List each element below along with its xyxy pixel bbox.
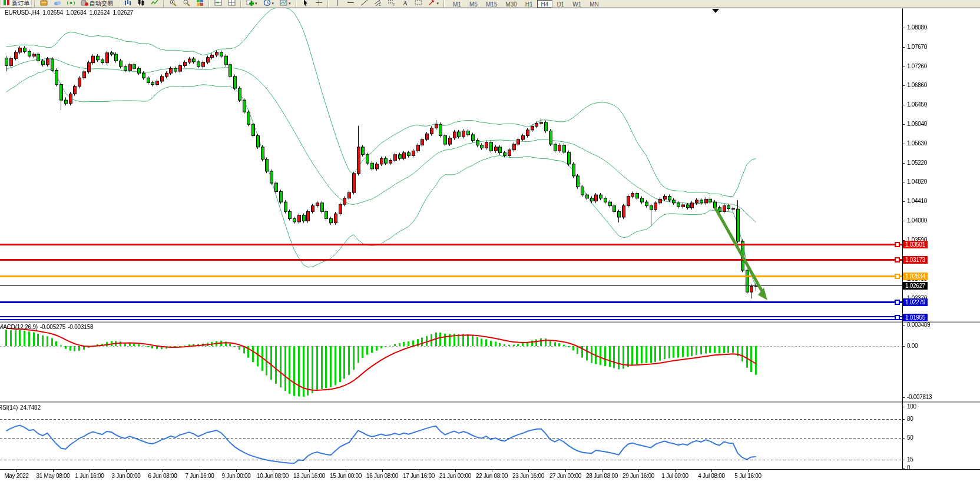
toolbar-button-auto-trading[interactable]: 自动交易 [78, 0, 115, 8]
toolbar-button-market-watch[interactable] [51, 0, 64, 8]
toolbar-separator [163, 1, 164, 8]
zoom-in-icon [169, 0, 177, 6]
toolbar-separator [327, 1, 329, 8]
toolbar-button-label: 新订单 [12, 0, 29, 6]
toolbar-button-zoom-in[interactable] [167, 0, 179, 8]
signal-icon [67, 0, 75, 6]
channel-icon: E [374, 0, 382, 6]
toolbar-separator [34, 1, 35, 8]
svg-text:A: A [403, 0, 408, 6]
toolbar-button-crosshair-tool[interactable] [313, 0, 325, 8]
timeframe-button-m1[interactable]: M1 [449, 0, 465, 8]
timeframe-button-d1[interactable]: D1 [552, 0, 568, 8]
toolbar-button-horizontal-line-tool[interactable] [345, 0, 357, 8]
pane1-icon [214, 0, 222, 6]
text-a-icon: A [401, 0, 409, 6]
line-icon [151, 0, 158, 6]
toolbar-button-shapes-tool[interactable]: ▾ [426, 0, 442, 8]
toolbar-button-auto-arrange[interactable] [226, 0, 238, 8]
clock-icon [263, 0, 271, 6]
svg-text:E: E [379, 3, 381, 6]
crosshair-icon [315, 0, 323, 6]
timeframe-bar: M1M5M15M30H1H4D1W1MN [449, 0, 603, 8]
toolbar-button-zoom-out[interactable] [180, 0, 193, 8]
hline-icon [347, 0, 355, 6]
template-icon [280, 0, 287, 6]
cloud-icon [54, 0, 61, 6]
dropdown-caret-icon: ▾ [289, 1, 291, 6]
vline-icon [333, 0, 341, 6]
toolbar-button-text-label-tool[interactable] [412, 0, 425, 8]
toolbar-separator [443, 1, 445, 8]
toolbar-button-template-menu[interactable]: ▾ [277, 0, 293, 8]
new-order-icon [3, 0, 11, 6]
toolbar-separator [118, 1, 119, 8]
toolbar-button-profiles[interactable] [38, 0, 50, 8]
toolbar-button-bar-chart-mode[interactable] [121, 0, 134, 8]
label-icon [415, 0, 422, 6]
dropdown-caret-icon: ▾ [272, 1, 274, 6]
timeframe-button-h4[interactable]: H4 [537, 0, 553, 8]
toolbar-separator [208, 1, 210, 8]
svg-text:F: F [393, 3, 395, 6]
toolbar-button-arrange-windows[interactable] [212, 0, 224, 8]
toolbar-button-text-tool[interactable]: A [399, 0, 411, 8]
timeframe-button-h1[interactable]: H1 [521, 0, 537, 8]
zoom-out-icon [183, 0, 190, 6]
toolbar-button-cursor-tool[interactable] [299, 0, 312, 8]
toolbar-separator [240, 1, 241, 8]
pane2-icon [228, 0, 236, 6]
toolbar-left: 新订单自动交易▾▾▾EFA▾ [0, 0, 446, 8]
mt4-window: 新订单自动交易▾▾▾EFA▾ M1M5M15M30H1H4D1W1MN EURU… [0, 0, 980, 485]
plus-chart-icon [246, 0, 254, 6]
toolbar-button-candle-mode[interactable] [135, 0, 147, 8]
shapes-icon [428, 0, 436, 6]
timeframe-button-w1[interactable]: W1 [568, 0, 585, 8]
tiles-icon [196, 0, 204, 6]
toolbar-button-line-mode[interactable] [148, 0, 161, 8]
timeframe-button-m15[interactable]: M15 [482, 0, 501, 8]
toolbar: 新订单自动交易▾▾▾EFA▾ M1M5M15M30H1H4D1W1MN [0, 0, 980, 8]
toolbar-button-signals[interactable] [65, 0, 77, 8]
timeframe-button-m5[interactable]: M5 [465, 0, 482, 8]
timeframe-button-m30[interactable]: M30 [501, 0, 521, 8]
toolbar-button-vertical-line-tool[interactable] [331, 0, 343, 8]
dropdown-caret-icon: ▾ [255, 1, 257, 6]
window-edge [0, 8, 980, 8]
autotrade-icon [81, 0, 88, 6]
toolbar-button-channel-tool[interactable]: E [372, 0, 384, 8]
toolbar-button-new-order[interactable]: 新订单 [1, 0, 32, 8]
toolbar-button-period-menu[interactable]: ▾ [261, 0, 277, 8]
toolbar-separator [296, 1, 297, 8]
timeframe-button-mn[interactable]: MN [585, 0, 603, 8]
candles-icon [137, 0, 145, 6]
cursor-icon [302, 0, 309, 6]
bars-icon [124, 0, 131, 6]
toolbar-button-label: 自动交易 [90, 0, 113, 6]
trend-arrow[interactable] [0, 0, 980, 485]
trend-icon [360, 0, 368, 6]
toolbar-button-fibonacci-tool[interactable]: F [385, 0, 398, 8]
toolbar-button-trendline-tool[interactable] [358, 0, 370, 8]
gold-book-icon [40, 0, 48, 6]
toolbar-button-add-indicator[interactable]: ▾ [244, 0, 260, 8]
dropdown-caret-icon: ▾ [437, 1, 439, 6]
fibo-icon: F [388, 0, 395, 6]
toolbar-button-tile-windows[interactable] [194, 0, 206, 8]
